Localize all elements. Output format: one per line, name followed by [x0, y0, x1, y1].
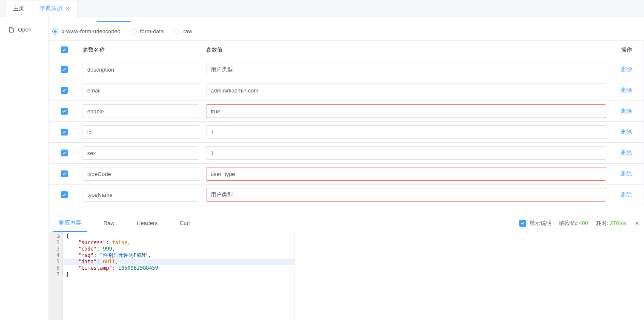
param-value-input[interactable] — [206, 188, 606, 202]
col-name: 参数名称 — [79, 41, 203, 59]
delete-button[interactable]: 删除 — [621, 66, 632, 73]
radio-urlencoded[interactable]: x-www-form-urlencoded — [52, 28, 120, 35]
param-name-input[interactable] — [83, 167, 199, 181]
param-value-input[interactable] — [206, 63, 606, 76]
editor-code-area[interactable]: { "success": false, "code": 999, "msg": … — [63, 232, 295, 320]
show-desc-checkbox[interactable] — [519, 220, 526, 227]
radio-label: raw — [183, 28, 192, 35]
row-checkbox[interactable] — [61, 129, 68, 135]
tab-dict-add-label: 字典添加 — [40, 5, 62, 12]
table-row: 删除 — [49, 122, 644, 143]
resp-code-value: 400 — [579, 220, 588, 226]
param-table-header: 参数名称 参数值 操作 — [49, 41, 644, 59]
param-name-input[interactable] — [83, 63, 199, 76]
table-row: 删除 — [49, 101, 644, 122]
sub-tab-bar — [49, 17, 644, 22]
radio-icon — [131, 29, 137, 35]
table-row: 删除 — [49, 185, 644, 205]
sidebar-item-label: Open — [18, 26, 31, 33]
sidebar-item-open[interactable]: Open — [0, 24, 49, 35]
active-tab-indicator — [97, 21, 131, 22]
content-type-radio-group: x-www-form-urlencoded form-data raw — [49, 22, 644, 40]
sidebar: Open — [0, 17, 49, 320]
editor-right-pane — [295, 232, 644, 320]
resp-tab-curl[interactable]: Curl — [174, 215, 196, 232]
resp-time-value: 270ms — [610, 220, 627, 226]
table-row: 删除 — [49, 59, 644, 80]
param-name-input[interactable] — [83, 104, 199, 118]
delete-button[interactable]: 删除 — [621, 149, 632, 157]
resp-time-label: 耗时: — [596, 220, 609, 226]
tab-home-label: 主页 — [13, 5, 24, 12]
response-meta: 显示说明 响应码: 400 耗时: 270ms 大 — [519, 219, 640, 227]
param-value-input[interactable] — [206, 125, 606, 139]
response-editor: 1▾234567 { "success": false, "code": 999… — [49, 232, 644, 320]
delete-button[interactable]: 删除 — [621, 191, 632, 199]
param-table: 参数名称 参数值 操作 删除删除删除删除删除删除删除 — [49, 40, 644, 205]
table-row: 删除 — [49, 143, 644, 164]
file-icon — [9, 27, 14, 33]
delete-button[interactable]: 删除 — [621, 128, 632, 136]
resp-tab-headers[interactable]: Headers — [131, 215, 163, 232]
col-action: 操作 — [610, 41, 644, 59]
row-checkbox[interactable] — [61, 191, 68, 198]
radio-icon — [174, 29, 180, 35]
param-name-input[interactable] — [83, 125, 199, 139]
delete-button[interactable]: 删除 — [621, 107, 632, 115]
param-value-input[interactable] — [206, 146, 606, 160]
radio-icon — [52, 29, 58, 35]
row-checkbox[interactable] — [61, 66, 68, 73]
editor-gutter: 1▾234567 — [49, 232, 63, 320]
delete-button[interactable]: 删除 — [621, 170, 632, 178]
radio-label: form-data — [140, 28, 164, 35]
row-checkbox[interactable] — [61, 108, 68, 115]
param-name-input[interactable] — [83, 84, 199, 97]
row-checkbox[interactable] — [61, 170, 68, 177]
show-desc-label: 显示说明 — [530, 219, 552, 227]
resp-tab-raw[interactable]: Raw — [97, 215, 120, 232]
main: x-www-form-urlencoded form-data raw — [49, 17, 644, 320]
tab-dict-add[interactable]: 字典添加 ✕ — [32, 0, 78, 17]
param-value-input[interactable] — [206, 84, 606, 97]
table-row: 删除 — [49, 164, 644, 185]
resp-size-label: 大 — [634, 219, 640, 227]
radio-form-data[interactable]: form-data — [131, 28, 164, 35]
param-value-input[interactable] — [206, 104, 606, 118]
col-value: 参数值 — [203, 41, 610, 59]
tab-home[interactable]: 主页 — [5, 0, 32, 17]
radio-label: x-www-form-urlencoded — [62, 28, 120, 35]
resp-code-label: 响应码: — [559, 220, 578, 226]
resp-tab-body[interactable]: 响应内容 — [53, 215, 87, 232]
param-name-input[interactable] — [83, 188, 199, 202]
param-value-input[interactable] — [206, 167, 606, 181]
top-tabs: 主页 字典添加 ✕ — [0, 0, 644, 17]
response-tabs: 响应内容 Raw Headers Curl 显示说明 响应码 — [49, 215, 644, 232]
select-all-checkbox[interactable] — [61, 46, 68, 53]
radio-raw[interactable]: raw — [174, 28, 192, 35]
row-checkbox[interactable] — [61, 150, 68, 156]
table-row: 删除 — [49, 80, 644, 101]
row-checkbox[interactable] — [61, 87, 68, 94]
close-icon[interactable]: ✕ — [66, 6, 70, 12]
param-name-input[interactable] — [83, 146, 199, 160]
delete-button[interactable]: 删除 — [621, 86, 632, 94]
